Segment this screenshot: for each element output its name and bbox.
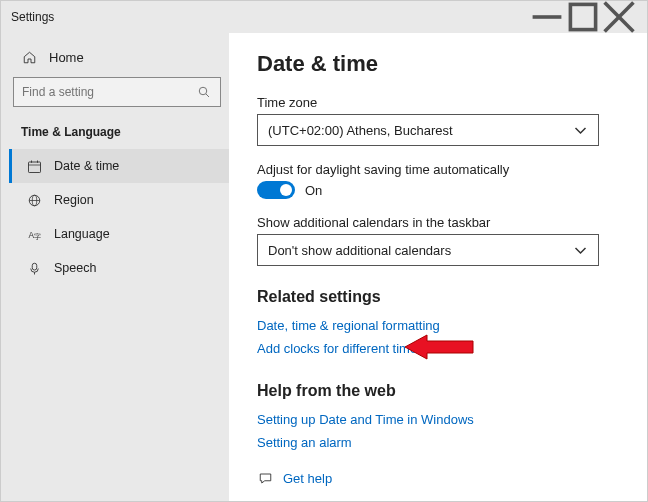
sidebar-item-region[interactable]: Region [9,183,229,217]
svg-rect-15 [32,263,37,270]
svg-rect-1 [570,4,595,29]
timezone-label: Time zone [257,95,619,110]
svg-text:字: 字 [33,233,40,240]
calendars-dropdown[interactable]: Don't show additional calendars [257,234,599,266]
home-icon [21,49,37,65]
svg-point-4 [199,87,207,95]
sidebar: Home Time & Language Date & time Region … [1,33,229,501]
link-help-datetime[interactable]: Setting up Date and Time in Windows [257,408,619,431]
search-icon [196,84,212,100]
link-help-alarm[interactable]: Setting an alarm [257,431,619,454]
calendars-value: Don't show additional calendars [268,243,451,258]
nav-label: Speech [54,261,96,275]
nav-label: Date & time [54,159,119,173]
microphone-icon [26,260,42,276]
sidebar-item-speech[interactable]: Speech [9,251,229,285]
help-title: Help from the web [257,382,619,400]
svg-line-5 [206,94,209,97]
dst-toggle[interactable] [257,181,295,199]
sidebar-item-language[interactable]: A字 Language [9,217,229,251]
feedback-icon [257,500,273,502]
content-pane: Date & time Time zone (UTC+02:00) Athens… [229,33,647,501]
home-label: Home [49,50,84,65]
nav-heading: Time & Language [9,119,229,149]
svg-rect-6 [28,162,40,173]
related-settings-title: Related settings [257,288,619,306]
calendars-label: Show additional calendars in the taskbar [257,215,619,230]
titlebar: Settings [1,1,647,33]
maximize-button[interactable] [565,1,601,33]
get-help-label: Get help [283,467,332,490]
chat-icon [257,471,273,487]
home-nav[interactable]: Home [9,41,229,73]
dst-status: On [305,183,322,198]
dst-label: Adjust for daylight saving time automati… [257,162,619,177]
chevron-down-icon [572,242,588,258]
feedback-label: Give feedback [283,496,366,501]
annotation-arrow [405,332,475,362]
window-controls [529,1,637,33]
nav-label: Region [54,193,94,207]
chevron-down-icon [572,122,588,138]
sidebar-item-date-time[interactable]: Date & time [9,149,229,183]
timezone-value: (UTC+02:00) Athens, Bucharest [268,123,453,138]
feedback-row[interactable]: Give feedback [257,493,619,501]
nav-label: Language [54,227,110,241]
timezone-dropdown[interactable]: (UTC+02:00) Athens, Bucharest [257,114,599,146]
page-title: Date & time [257,51,619,77]
svg-marker-20 [405,335,473,359]
window-title: Settings [11,10,54,24]
globe-icon [26,192,42,208]
language-icon: A字 [26,226,42,242]
get-help-row[interactable]: Get help [257,464,619,493]
search-input[interactable] [13,77,221,107]
calendar-icon [26,158,42,174]
minimize-button[interactable] [529,1,565,33]
close-button[interactable] [601,1,637,33]
search-field[interactable] [22,85,196,99]
